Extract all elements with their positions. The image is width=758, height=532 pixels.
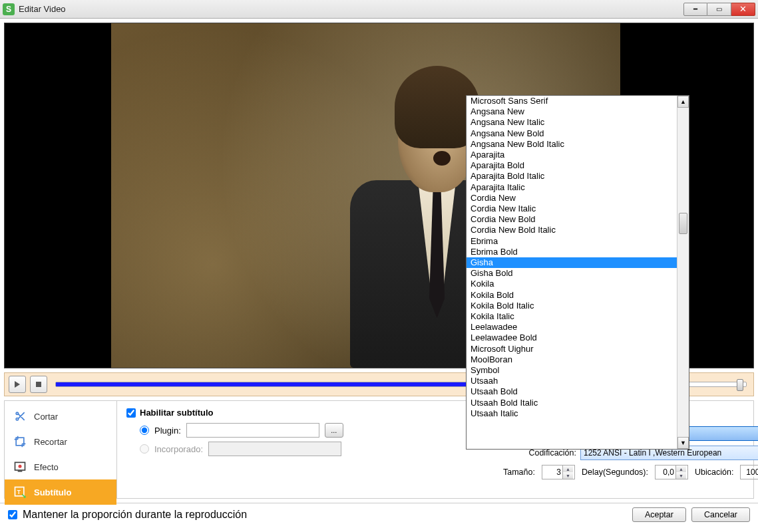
crop-icon bbox=[13, 434, 27, 449]
font-option[interactable]: Cordia New Bold Italic bbox=[467, 225, 677, 235]
browse-button[interactable]: ... bbox=[325, 423, 343, 438]
sidebar: Cortar Recortar Efecto T Subtítulo bbox=[4, 400, 117, 499]
window-title: Editar Video bbox=[19, 4, 683, 14]
font-option[interactable]: Symbol bbox=[467, 365, 677, 376]
font-option[interactable]: Leelawadee bbox=[467, 322, 677, 332]
encoding-value: 1252 ANSI - Latin I ,Western European bbox=[584, 448, 721, 458]
close-button[interactable]: ✕ bbox=[731, 3, 755, 16]
spin-up-icon[interactable]: ▲ bbox=[675, 466, 686, 472]
sidebar-item-efecto[interactable]: Efecto bbox=[5, 454, 116, 479]
footer: Mantener la proporción durante la reprod… bbox=[0, 503, 758, 525]
scissors-icon bbox=[13, 409, 27, 424]
location-label: Ubicación: bbox=[695, 467, 733, 477]
font-option[interactable]: Aparajita Bold Italic bbox=[467, 171, 677, 182]
keep-ratio-label: Mantener la proporción durante la reprod… bbox=[23, 509, 247, 521]
font-option[interactable]: Angsana New Italic bbox=[467, 117, 677, 128]
sidebar-item-label: Recortar bbox=[34, 437, 67, 447]
delay-input[interactable] bbox=[656, 467, 675, 477]
font-list[interactable]: Microsoft Sans SerifAngsana NewAngsana N… bbox=[467, 96, 677, 449]
font-option[interactable]: Microsoft Uighur bbox=[467, 344, 677, 354]
play-button[interactable] bbox=[9, 376, 26, 393]
font-option[interactable]: Ebrima bbox=[467, 236, 677, 247]
sidebar-item-label: Efecto bbox=[34, 462, 59, 472]
font-option[interactable]: Utsaah Italic bbox=[467, 408, 677, 419]
sidebar-item-cortar[interactable]: Cortar bbox=[5, 404, 116, 429]
svg-rect-1 bbox=[36, 382, 41, 387]
sidebar-item-recortar[interactable]: Recortar bbox=[5, 429, 116, 454]
size-label: Tamaño: bbox=[503, 467, 535, 477]
font-option[interactable]: Aparajita bbox=[467, 150, 677, 160]
font-option[interactable]: Utsaah bbox=[467, 376, 677, 386]
location-input[interactable] bbox=[741, 467, 758, 477]
font-option[interactable]: Gisha Bold bbox=[467, 268, 677, 279]
incorporado-radio bbox=[140, 444, 149, 454]
plugin-input[interactable] bbox=[186, 423, 319, 438]
window-buttons: ━ ▭ ✕ bbox=[683, 3, 755, 16]
cancel-button[interactable]: Cancelar bbox=[691, 507, 750, 522]
enable-subtitle-checkbox[interactable] bbox=[126, 408, 136, 418]
font-option[interactable]: Ebrima Bold bbox=[467, 247, 677, 257]
delay-spinner[interactable]: ▲▼ bbox=[655, 465, 688, 479]
font-option[interactable]: Aparajita Italic bbox=[467, 182, 677, 193]
scroll-thumb[interactable] bbox=[679, 213, 687, 234]
svg-marker-0 bbox=[15, 381, 20, 388]
plugin-label: Plugin: bbox=[154, 426, 181, 436]
font-option[interactable]: Angsana New Bold Italic bbox=[467, 139, 677, 150]
incorporado-label: Incorporado: bbox=[154, 444, 203, 454]
volume-slider[interactable] bbox=[687, 382, 747, 387]
scroll-up-icon[interactable]: ▲ bbox=[677, 96, 689, 108]
font-option[interactable]: Aparajita Bold bbox=[467, 160, 677, 171]
svg-text:T: T bbox=[17, 489, 21, 495]
font-option[interactable]: Kokila Bold Italic bbox=[467, 301, 677, 311]
font-option[interactable]: Angsana New bbox=[467, 106, 677, 117]
enable-subtitle-label: Habilitar subtítulo bbox=[140, 408, 214, 418]
app-icon: S bbox=[3, 3, 15, 15]
font-option[interactable]: MoolBoran bbox=[467, 354, 677, 365]
font-option[interactable]: Cordia New Italic bbox=[467, 203, 677, 214]
titlebar: S Editar Video ━ ▭ ✕ bbox=[0, 0, 758, 19]
font-option[interactable]: Angsana New Bold bbox=[467, 128, 677, 139]
font-option[interactable]: Gisha bbox=[467, 257, 677, 268]
font-option[interactable]: Cordia New bbox=[467, 193, 677, 203]
svg-point-4 bbox=[19, 465, 22, 468]
accept-button[interactable]: Aceptar bbox=[632, 507, 686, 522]
maximize-button[interactable]: ▭ bbox=[707, 3, 731, 16]
size-input[interactable] bbox=[542, 467, 562, 477]
scroll-down-icon[interactable]: ▼ bbox=[677, 437, 689, 449]
font-option[interactable]: Kokila bbox=[467, 279, 677, 289]
font-option[interactable]: Kokila Italic bbox=[467, 311, 677, 322]
scrollbar[interactable]: ▲ ▼ bbox=[677, 96, 689, 449]
font-option[interactable]: Cordia New Bold bbox=[467, 214, 677, 225]
font-option[interactable]: Leelawadee Bold bbox=[467, 332, 677, 343]
sidebar-item-subtitulo[interactable]: T Subtítulo bbox=[5, 479, 116, 505]
size-spinner[interactable]: ▲▼ bbox=[542, 465, 575, 479]
delay-label: Delay(Segundos): bbox=[582, 467, 648, 477]
location-spinner[interactable]: ▲▼ bbox=[740, 465, 758, 479]
sidebar-item-label: Cortar bbox=[34, 412, 58, 422]
font-option[interactable]: Utsaah Bold bbox=[467, 386, 677, 397]
volume-thumb[interactable] bbox=[737, 379, 743, 391]
font-option[interactable]: Utsaah Bold Italic bbox=[467, 398, 677, 408]
sidebar-item-label: Subtítulo bbox=[34, 487, 71, 497]
font-dropdown[interactable]: Microsoft Sans SerifAngsana NewAngsana N… bbox=[466, 95, 689, 450]
spin-up-icon[interactable]: ▲ bbox=[562, 466, 573, 472]
effect-icon bbox=[13, 460, 27, 474]
font-option[interactable]: Kokila Bold bbox=[467, 290, 677, 301]
size-row: Tamaño: ▲▼ Delay(Segundos): ▲▼ Ubicación… bbox=[503, 465, 758, 479]
incorporado-input bbox=[208, 442, 341, 456]
minimize-button[interactable]: ━ bbox=[683, 3, 707, 16]
subtitle-icon: T bbox=[13, 485, 27, 499]
plugin-radio[interactable] bbox=[140, 426, 149, 435]
encoding-label: Codificación: bbox=[503, 448, 576, 458]
stop-button[interactable] bbox=[30, 376, 47, 393]
spin-down-icon[interactable]: ▼ bbox=[675, 472, 686, 479]
keep-ratio-checkbox[interactable] bbox=[8, 510, 17, 519]
spin-down-icon[interactable]: ▼ bbox=[562, 472, 573, 479]
font-option[interactable]: Microsoft Sans Serif bbox=[467, 96, 677, 106]
